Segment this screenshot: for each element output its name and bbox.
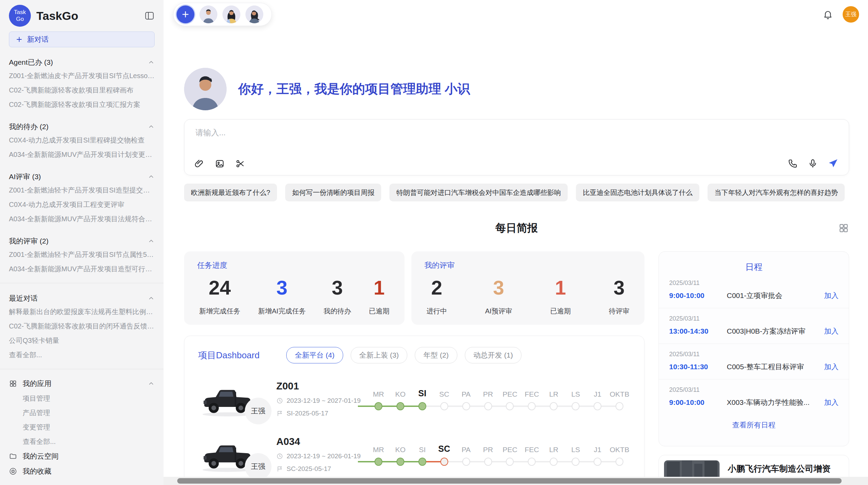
milestone-step[interactable]: OKTB <box>608 385 630 412</box>
chat-input[interactable] <box>195 128 711 138</box>
image-upload-icon[interactable] <box>215 159 225 169</box>
milestone-step[interactable]: LR <box>543 441 565 468</box>
phone-call-icon[interactable] <box>788 158 798 169</box>
collapse-sidebar-icon[interactable] <box>144 11 155 21</box>
sidebar-item[interactable]: Z001-全新燃油皮卡产品开发项目SI节点Lesson Learn报告 <box>9 69 155 83</box>
milestone-step[interactable]: LS <box>565 441 587 468</box>
join-meeting-link[interactable]: 加入 <box>824 398 839 407</box>
join-meeting-link[interactable]: 加入 <box>824 362 839 372</box>
sidebar-item[interactable]: A034-全新新能源MUV产品开发项目造型可行性评审 <box>9 262 155 276</box>
milestone-step[interactable]: PEC <box>499 441 521 468</box>
dashboard-filter-chip[interactable]: 年型 (2) <box>415 347 457 363</box>
recent-chat-item[interactable]: 解释最新出台的欧盟报废车法规再生塑料比例被调至15%... <box>9 304 155 319</box>
app-sub-item[interactable]: 查看全部... <box>9 434 155 449</box>
milestone-step[interactable]: PA <box>455 441 477 468</box>
topbar: 王强 <box>164 0 868 27</box>
sidebar-item[interactable]: A034-全新新能源MUV产品开发项目计划变更表编写 <box>9 147 155 162</box>
sidebar-section-header[interactable]: AI评审 (3) <box>9 171 155 183</box>
milestone-step[interactable]: SI <box>411 385 433 412</box>
milestone-step[interactable]: PR <box>477 385 499 412</box>
milestone-step[interactable]: MR <box>367 441 389 468</box>
dashboard-filter-chip[interactable]: 动总开发 (1) <box>465 347 522 363</box>
suggestion-chip[interactable]: 当下年轻人对汽车外观有怎样的喜好趋势 <box>708 184 845 201</box>
sidebar-item[interactable]: Z001-全新燃油轻卡产品开发项目SI造型提交物评审 <box>9 183 155 197</box>
milestone-dot <box>506 458 514 466</box>
app-sub-item[interactable]: 产品管理 <box>9 406 155 420</box>
chevron-up-icon[interactable] <box>148 173 155 180</box>
new-chat-button[interactable]: 新对话 <box>9 32 155 47</box>
recent-chat-item[interactable]: 公司Q3轻卡销量 <box>9 333 155 348</box>
milestone-step[interactable]: KO <box>389 385 411 412</box>
sidebar-item[interactable]: C02-飞腾新能源轻客改款项目里程碑画布 <box>9 83 155 97</box>
recent-chats-header[interactable]: 最近对话 <box>9 292 155 304</box>
stat-cell: 2进行中 <box>426 275 447 316</box>
add-member-button[interactable] <box>177 5 194 23</box>
milestone-step[interactable]: PR <box>477 441 499 468</box>
notification-bell-icon[interactable] <box>823 9 833 20</box>
sidebar-item-folder[interactable]: 我的云空间 <box>9 449 155 464</box>
dashboard-filter-chip[interactable]: 全新上装 (3) <box>351 347 408 363</box>
milestone-label: MR <box>373 441 384 454</box>
view-all-chats-link[interactable]: 查看全部... <box>9 348 155 362</box>
milestone-step[interactable]: KO <box>389 441 411 468</box>
dashboard-filter-chip[interactable]: 全新平台 (4) <box>286 347 343 363</box>
suggestion-chip[interactable]: 如何写一份清晰的项目周报 <box>285 184 381 201</box>
chevron-up-icon[interactable] <box>148 59 155 66</box>
sidebar-item-star[interactable]: 我的收藏 <box>9 464 155 479</box>
project-owner-badge[interactable]: 王强 <box>245 453 272 480</box>
chevron-up-icon[interactable] <box>148 123 155 130</box>
chevron-up-icon[interactable] <box>148 380 155 387</box>
scissors-icon[interactable] <box>235 159 245 169</box>
sidebar-item-my-apps[interactable]: 我的应用 <box>9 376 155 391</box>
milestone-step[interactable]: PEC <box>499 385 521 412</box>
chevron-up-icon[interactable] <box>148 295 155 302</box>
milestone-step[interactable]: MR <box>367 385 389 412</box>
milestone-step[interactable]: FEC <box>521 441 543 468</box>
milestone-step[interactable]: LR <box>543 385 565 412</box>
sidebar-section-title: 我的待办 (2) <box>9 122 49 132</box>
send-icon[interactable] <box>828 158 839 169</box>
scrollbar-thumb[interactable] <box>177 478 842 484</box>
milestone-step[interactable]: PA <box>455 385 477 412</box>
view-all-schedule-link[interactable]: 查看所有日程 <box>659 415 849 435</box>
recent-chat-item[interactable]: C02-飞腾新能源轻客改款项目的闭环通告反馈情况 <box>9 319 155 333</box>
suggestion-chip[interactable]: 比亚迪全固态电池计划具体说了什么 <box>576 184 699 201</box>
milestone-label: PEC <box>503 441 517 454</box>
app-sub-item[interactable]: 项目管理 <box>9 391 155 406</box>
project-code[interactable]: A034 <box>276 436 362 447</box>
app-sub-item[interactable]: 变更管理 <box>9 420 155 434</box>
layout-grid-icon[interactable] <box>838 223 849 234</box>
milestone-dot <box>594 402 602 410</box>
member-avatar-1[interactable] <box>200 5 217 23</box>
grid-icon <box>9 380 17 388</box>
milestone-step[interactable]: FEC <box>521 385 543 412</box>
sidebar-item[interactable]: C0X4-动力总成开发项目工程变更评审 <box>9 197 155 212</box>
horizontal-scrollbar[interactable] <box>164 477 868 485</box>
project-code[interactable]: Z001 <box>276 381 362 392</box>
suggestion-chip[interactable]: 特朗普可能对进口汽车增税会对中国车企造成哪些影响 <box>389 184 568 201</box>
milestone-step[interactable]: OKTB <box>608 441 630 468</box>
microphone-icon[interactable] <box>808 158 818 169</box>
sidebar-section-header[interactable]: 我的评审 (2) <box>9 235 155 247</box>
sidebar-section-header[interactable]: Agent已办 (3) <box>9 56 155 69</box>
milestone-step[interactable]: J1 <box>587 385 608 412</box>
milestone-step[interactable]: J1 <box>587 441 608 468</box>
chevron-up-icon[interactable] <box>148 238 155 245</box>
project-owner-badge[interactable]: 王强 <box>245 398 272 424</box>
member-avatar-2[interactable] <box>222 5 240 23</box>
milestone-step[interactable]: SI <box>411 441 433 468</box>
milestone-step[interactable]: LS <box>565 385 587 412</box>
milestone-step[interactable]: SC <box>433 441 455 468</box>
join-meeting-link[interactable]: 加入 <box>824 291 839 300</box>
sidebar-item[interactable]: A034-全新新能源MUV产品开发项目法规符合性评审 <box>9 212 155 226</box>
sidebar-item[interactable]: Z001-全新燃油轻卡产品开发项目SI节点属性5D文件评审 <box>9 247 155 262</box>
user-avatar[interactable]: 王强 <box>843 6 859 23</box>
milestone-step[interactable]: SC <box>433 385 455 412</box>
sidebar-item[interactable]: C0X4-动力总成开发项目SI里程碑提交物检查 <box>9 133 155 147</box>
sidebar-item[interactable]: C02-飞腾新能源轻客改款项目立项汇报方案 <box>9 97 155 112</box>
attachment-icon[interactable] <box>194 159 204 169</box>
suggestion-chip[interactable]: 欧洲新规最近颁布了什么? <box>184 184 277 201</box>
sidebar-section-header[interactable]: 我的待办 (2) <box>9 121 155 133</box>
member-avatar-3[interactable] <box>245 5 263 23</box>
join-meeting-link[interactable]: 加入 <box>824 326 839 336</box>
